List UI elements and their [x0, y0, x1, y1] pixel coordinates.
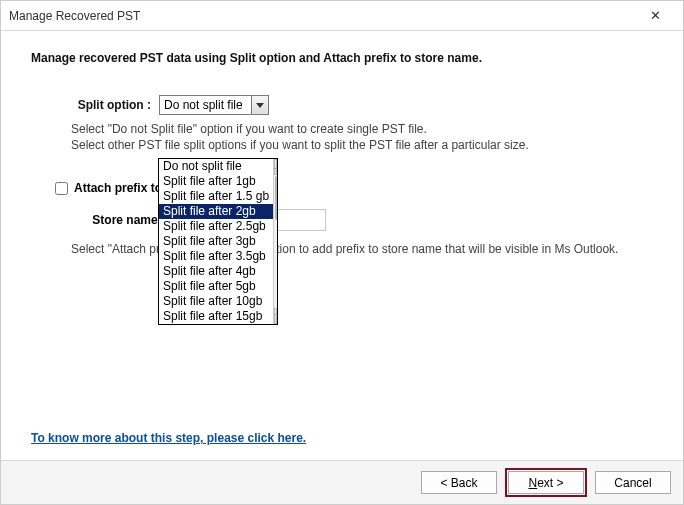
- dialog-footer: < Back Next > Cancel: [1, 460, 683, 504]
- split-option-label: Split option :: [49, 98, 159, 112]
- dropdown-item[interactable]: Split file after 5gb: [159, 279, 273, 294]
- split-option-dropdown[interactable]: Do not split file Split file after 1gb S…: [158, 158, 278, 325]
- split-hint-2: Select other PST file split options if y…: [71, 137, 653, 153]
- dropdown-item[interactable]: Split file after 2.5gb: [159, 219, 273, 234]
- dropdown-scrollbar[interactable]: [273, 159, 277, 324]
- store-name-label: Store name :: [31, 213, 171, 227]
- dropdown-item[interactable]: Do not split file: [159, 159, 273, 174]
- window-title: Manage Recovered PST: [9, 9, 635, 23]
- dropdown-list: Do not split file Split file after 1gb S…: [159, 159, 273, 324]
- scroll-down-icon[interactable]: [274, 308, 277, 324]
- scroll-up-icon[interactable]: [274, 159, 277, 175]
- dropdown-item[interactable]: Split file after 15gb: [159, 309, 273, 324]
- chevron-down-icon[interactable]: [251, 96, 268, 114]
- prefix-checkbox-row: Attach prefix to store name: [55, 181, 653, 195]
- dropdown-item[interactable]: Split file after 10gb: [159, 294, 273, 309]
- next-button-highlight: Next >: [505, 468, 587, 497]
- page-heading: Manage recovered PST data using Split op…: [31, 51, 653, 65]
- split-option-value: Do not split file: [164, 98, 243, 112]
- split-hint-1: Select "Do not Split file" option if you…: [71, 121, 653, 137]
- store-name-row: Store name :: [31, 209, 653, 231]
- title-bar: Manage Recovered PST ✕: [1, 1, 683, 31]
- back-button[interactable]: < Back: [421, 471, 497, 494]
- dropdown-item[interactable]: Split file after 3.5gb: [159, 249, 273, 264]
- cancel-button[interactable]: Cancel: [595, 471, 671, 494]
- next-button[interactable]: Next >: [508, 471, 584, 494]
- split-option-select[interactable]: Do not split file: [159, 95, 269, 115]
- dropdown-item[interactable]: Split file after 2gb: [159, 204, 273, 219]
- scroll-thumb[interactable]: [275, 176, 277, 220]
- dropdown-item[interactable]: Split file after 3gb: [159, 234, 273, 249]
- close-icon[interactable]: ✕: [635, 8, 675, 23]
- split-option-row: Split option : Do not split file: [49, 95, 653, 115]
- dropdown-item[interactable]: Split file after 4gb: [159, 264, 273, 279]
- attach-prefix-checkbox[interactable]: [55, 182, 68, 195]
- help-link[interactable]: To know more about this step, please cli…: [31, 431, 306, 445]
- dialog-body: Manage recovered PST data using Split op…: [1, 31, 683, 461]
- dropdown-item[interactable]: Split file after 1gb: [159, 174, 273, 189]
- dropdown-item[interactable]: Split file after 1.5 gb: [159, 189, 273, 204]
